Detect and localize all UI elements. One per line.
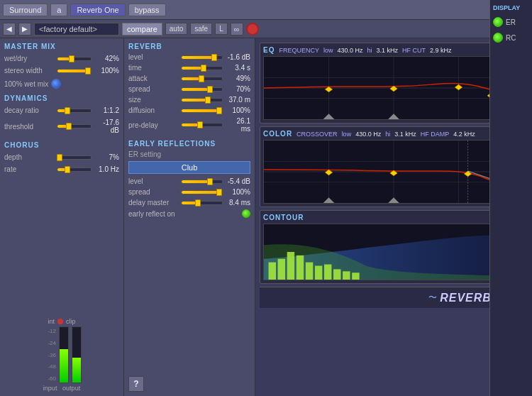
chorus-title: CHORUS: [4, 141, 119, 149]
vu-scale-36: -36: [42, 352, 56, 358]
color-curve-svg: [264, 141, 523, 203]
output-label: output: [62, 385, 80, 392]
threshold-value: -17.6 dB: [94, 119, 119, 134]
input-label: input: [43, 385, 57, 392]
color-graph[interactable]: [263, 140, 524, 204]
mid-panel: REVERB level -1.6 dB time 3.4 s attack 4: [124, 38, 255, 396]
master-mix-title: MASTER MIX: [4, 43, 119, 50]
reverb-spread-slider[interactable]: [181, 87, 223, 92]
er-on-led[interactable]: [242, 209, 250, 218]
eq-hf-cut-value: 2.9 kHz: [430, 47, 452, 54]
er-setting-label: ER setting: [128, 150, 250, 158]
vu-scale-12: -12: [42, 328, 56, 334]
threshold-row: threshold -17.6 dB: [4, 119, 119, 134]
auto-button[interactable]: auto: [165, 23, 187, 35]
reverb-level-slider[interactable]: [181, 55, 223, 60]
wet-mix-toggle[interactable]: [51, 79, 61, 89]
wet-dry-value: 42%: [94, 55, 119, 62]
vu-label-row: input output: [40, 385, 83, 392]
reverb-size-label: size: [128, 96, 178, 104]
threshold-slider[interactable]: [57, 124, 92, 128]
contour-title-row: CONTOUR: [263, 214, 524, 221]
reverb-pre-delay-label: pre-delay: [128, 121, 178, 129]
wet-dry-label: wet/dry: [4, 55, 54, 62]
display-panel: DISPLAY ER RC: [489, 0, 532, 396]
contour-graph[interactable]: [263, 224, 524, 280]
vu-scale-60: -60: [42, 375, 56, 382]
reverb-diffusion-row: diffusion 100%: [128, 106, 250, 114]
depth-slider[interactable]: [57, 155, 92, 160]
er-level-value: -5.4 dB: [226, 177, 250, 185]
bypass-button[interactable]: bypass: [128, 4, 166, 16]
decay-ratio-label: decay ratio: [4, 106, 54, 114]
rc-display-led[interactable]: [493, 33, 503, 43]
color-hi-label: hi: [385, 131, 390, 138]
prev-preset-button[interactable]: ◀: [3, 23, 16, 35]
reverb-attack-slider[interactable]: [181, 77, 223, 81]
reverb-size-slider[interactable]: [181, 98, 223, 102]
eq-low-label: low: [323, 47, 333, 54]
er-spread-row: spread 100%: [128, 188, 250, 196]
reverb-time-slider[interactable]: [181, 66, 223, 70]
vu-scale-24: -24: [42, 340, 56, 346]
decay-ratio-value: 1:1.2: [94, 106, 119, 114]
er-delay-master-slider[interactable]: [181, 201, 223, 205]
eq-hi-value: 3.1 kHz: [377, 47, 399, 54]
reverb-pre-delay-slider[interactable]: [181, 123, 223, 127]
wet-dry-slider[interactable]: [57, 57, 92, 61]
int-label: int: [48, 318, 55, 325]
contour-title: CONTOUR: [263, 214, 304, 221]
er-type-dropdown[interactable]: Club: [128, 161, 250, 174]
contour-section: CONTOUR: [260, 210, 528, 284]
eq-frequency-label: FREQUENCY: [279, 47, 319, 54]
color-crossover-label: CROSSOVER: [297, 131, 338, 138]
er-level-row: level -5.4 dB: [128, 177, 250, 185]
color-point-low: [325, 170, 332, 175]
rate-value: 1.0 Hz: [94, 165, 119, 173]
int-clip-row: int clip: [48, 318, 75, 325]
color-hi-value: 3.1 kHz: [394, 131, 416, 138]
display-title: DISPLAY: [493, 4, 529, 11]
a-button[interactable]: a: [50, 4, 67, 16]
svg-marker-8: [388, 114, 399, 119]
l-button[interactable]: L: [215, 23, 228, 35]
depth-value: 7%: [94, 153, 119, 161]
decay-ratio-slider[interactable]: [57, 109, 92, 113]
help-button[interactable]: ?: [128, 376, 144, 392]
eq-curve-svg: [264, 57, 523, 119]
early-reflections-title: EARLY REFLECTIONS: [128, 140, 250, 148]
eq-graph[interactable]: [263, 56, 524, 120]
top-toolbar: Surround a Reverb One bypass TDM: [0, 0, 532, 20]
er-display-item: ER: [493, 17, 529, 27]
svg-marker-18: [388, 197, 399, 203]
surround-button[interactable]: Surround: [3, 4, 48, 16]
link-button[interactable]: ∞: [231, 23, 243, 35]
safe-button[interactable]: safe: [190, 23, 212, 35]
eq-hf-cut-label: HF CUT: [402, 47, 426, 54]
compare-button[interactable]: compare: [122, 23, 162, 35]
stereo-width-value: 100%: [94, 67, 119, 75]
rate-slider[interactable]: [57, 167, 92, 172]
er-on-row: early reflect on: [128, 209, 250, 218]
dynamics-title: DYNAMICS: [4, 94, 119, 102]
rate-row: rate 1.0 Hz: [4, 165, 119, 173]
er-display-led[interactable]: [493, 17, 503, 27]
stereo-width-slider[interactable]: [57, 69, 92, 73]
vu-scale-48: -48: [42, 363, 56, 370]
er-spread-slider[interactable]: [181, 190, 223, 194]
second-toolbar: ◀ ▶ compare auto safe L ∞: [0, 20, 532, 38]
eq-point-hi: [455, 84, 462, 90]
reverb-title: REVERB: [128, 43, 250, 50]
next-preset-button[interactable]: ▶: [18, 23, 31, 35]
reverb-diffusion-slider[interactable]: [181, 109, 223, 113]
threshold-label: threshold: [4, 123, 54, 131]
logo-reverb: REVERB: [440, 292, 492, 304]
reverb-one-button[interactable]: Reverb One: [70, 4, 125, 16]
reverb-attack-row: attack 49%: [128, 75, 250, 82]
reverb-attack-value: 49%: [226, 75, 250, 82]
eq-hi-label: hi: [367, 47, 372, 54]
er-level-slider[interactable]: [181, 180, 223, 184]
preset-field[interactable]: [34, 23, 119, 35]
wet-mix-row: 100% wet mix: [4, 79, 119, 89]
record-button[interactable]: [246, 23, 259, 35]
